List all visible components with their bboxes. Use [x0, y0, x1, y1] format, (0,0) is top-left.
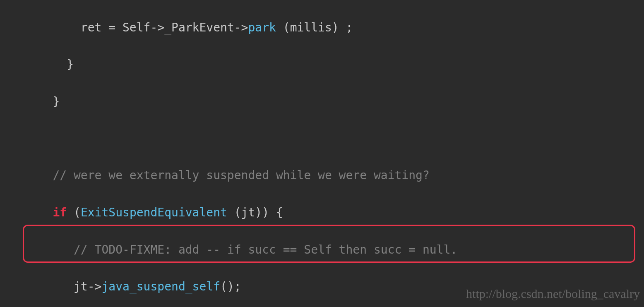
code-line: ret = Self->_ParkEvent->park (millis) ; — [25, 19, 644, 37]
function-java-suspend: java_suspend_self — [101, 280, 220, 293]
code-line — [25, 130, 644, 148]
function-park: park — [248, 21, 276, 34]
comment: // were we externally suspended while we… — [53, 168, 429, 182]
function-exitsuspend: ExitSuspendEquivalent — [81, 206, 227, 219]
watermark-text: http://blog.csdn.net/boling_cavalry — [466, 284, 640, 304]
code-line: if (ExitSuspendEquivalent (jt)) { — [25, 204, 644, 222]
code-line: } — [25, 93, 644, 111]
comment: // TODO-FIXME: add -- if succ == Self th… — [74, 243, 457, 257]
variable-ret: ret — [81, 21, 102, 34]
code-editor: ret = Self->_ParkEvent->park (millis) ; … — [0, 0, 644, 307]
keyword-if: if — [53, 206, 67, 219]
code-line: // TODO-FIXME: add -- if succ == Self th… — [25, 241, 644, 259]
code-line: } — [25, 55, 644, 74]
code-line: // were we externally suspended while we… — [25, 166, 644, 185]
